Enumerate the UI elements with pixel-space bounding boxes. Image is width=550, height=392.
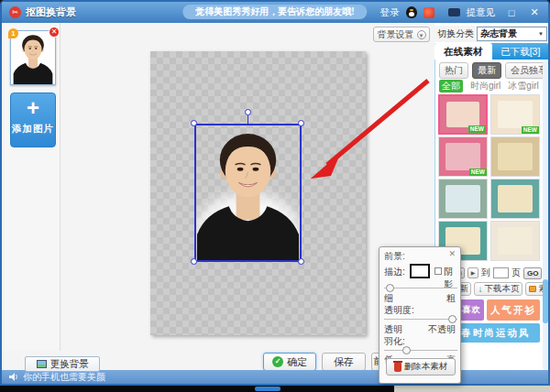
- foreground-settings-panel: 前景: ✕ 描边: 阴影 细 粗 透明度: 透明 不透明 羽化: 低 高 删除本…: [379, 246, 461, 384]
- category-label: 切换分类: [437, 27, 474, 40]
- filter-snow-girl[interactable]: 冰雪girl: [508, 80, 538, 93]
- tab-downloaded[interactable]: 已下载[3]: [492, 43, 550, 60]
- app-window: ✂ 抠图换背景 觉得美图秀秀好用，要告诉您的朋友哦! 登录 提意见 □ ✕ 1 …: [0, 0, 550, 386]
- feather-slider[interactable]: [384, 350, 457, 352]
- stroke-color-swatch[interactable]: [410, 264, 430, 278]
- download-icon: ↓: [478, 284, 482, 294]
- rotate-handle-stem: [248, 115, 248, 124]
- page-number-input[interactable]: [493, 267, 509, 278]
- transparent-label: 透明: [384, 323, 402, 336]
- image-thumbnail[interactable]: 1 ✕: [10, 30, 56, 85]
- panel-title: 前景:: [384, 250, 405, 263]
- speaker-icon: [9, 373, 18, 381]
- feather-slider-thumb[interactable]: [402, 346, 411, 354]
- filter-fashion-girl[interactable]: 时尚girl: [470, 80, 500, 93]
- material-thumb[interactable]: [490, 179, 540, 219]
- foreground-photo[interactable]: [194, 124, 302, 262]
- material-thumb[interactable]: [438, 179, 488, 219]
- delete-material-button[interactable]: 删除本素材: [386, 358, 456, 376]
- pagination: ◀ ▶ 到 页 GO: [454, 267, 542, 279]
- material-grid: NEW NEW NEW: [438, 94, 541, 261]
- stroke-label: 描边:: [384, 266, 405, 278]
- shadow-checkbox[interactable]: [434, 267, 442, 275]
- material-thumb[interactable]: NEW: [490, 94, 540, 135]
- background-settings-button[interactable]: 背景设置 ▾: [373, 27, 430, 42]
- download-page-button[interactable]: ↓ 下载本页: [474, 282, 522, 296]
- minimize-button[interactable]: □: [505, 7, 518, 18]
- image-number-badge: 1: [8, 28, 18, 38]
- dropdown-arrow-icon: ▼: [538, 31, 544, 37]
- filter-all[interactable]: 全部: [439, 80, 463, 93]
- category-dropdown[interactable]: 杂志背景 ▼: [477, 27, 547, 41]
- feedback-bubble-icon: [448, 8, 460, 16]
- os-taskbar: [0, 386, 550, 392]
- status-bar: 你的手机也需要美颜: [2, 370, 548, 384]
- login-link[interactable]: 登录: [380, 6, 400, 19]
- thin-label: 细: [384, 292, 393, 305]
- stroke-slider[interactable]: [384, 288, 457, 289]
- subtab-newest[interactable]: 最新: [472, 62, 501, 79]
- chevron-down-icon: ▾: [417, 30, 426, 39]
- share-icon[interactable]: [424, 7, 434, 18]
- material-tabs: 在线素材 已下载[3]: [434, 43, 549, 60]
- new-badge: NEW: [468, 125, 486, 133]
- feather-label: 羽化:: [384, 335, 405, 348]
- rotate-handle[interactable]: [245, 109, 251, 115]
- qq-icon[interactable]: [406, 6, 417, 18]
- opacity-slider[interactable]: [384, 319, 457, 321]
- change-background-button[interactable]: 更换背景: [25, 356, 100, 372]
- opacity-label: 透明度:: [384, 304, 414, 317]
- material-thumb[interactable]: [490, 136, 540, 177]
- selection-handle-bottom-right[interactable]: [298, 258, 304, 265]
- opacity-slider-thumb[interactable]: [448, 315, 456, 323]
- plus-icon: +: [11, 93, 55, 123]
- scrollbar-thumb[interactable]: [543, 279, 548, 323]
- stroke-slider-thumb[interactable]: [386, 284, 394, 292]
- close-button[interactable]: ✕: [528, 6, 541, 18]
- thumbnail-portrait: [11, 31, 55, 84]
- image-list-sidebar: 1 ✕ + 添加图片: [4, 23, 60, 351]
- opaque-label: 不透明: [428, 323, 456, 336]
- taskbar-app-icon[interactable]: [255, 387, 280, 391]
- selection-handle-top-right[interactable]: [298, 120, 304, 126]
- selection-handle-top-left[interactable]: [191, 120, 197, 126]
- banner-popular-cardigan[interactable]: 人气开衫: [487, 299, 540, 321]
- check-icon: ✓: [272, 356, 283, 367]
- remove-image-icon[interactable]: ✕: [49, 27, 60, 38]
- promo-banner: 觉得美图秀秀好用，要告诉您的朋友哦!: [182, 5, 367, 19]
- go-button[interactable]: GO: [523, 267, 542, 279]
- package-icon: [529, 286, 536, 292]
- trash-icon: [394, 363, 402, 372]
- next-page-button[interactable]: ▶: [468, 267, 478, 278]
- feedback-link[interactable]: 提意见: [467, 6, 496, 19]
- title-bar: ✂ 抠图换背景 觉得美图秀秀好用，要告诉您的朋友哦! 登录 提意见 □ ✕: [2, 2, 548, 23]
- save-button[interactable]: 保存: [322, 353, 366, 371]
- thick-label: 粗: [446, 292, 456, 305]
- taskbar-tray: [394, 386, 550, 392]
- subtab-hot[interactable]: 热门: [439, 62, 468, 79]
- add-image-button[interactable]: + 添加图片: [10, 93, 56, 147]
- picture-icon: [37, 360, 47, 368]
- material-thumb[interactable]: [490, 221, 540, 261]
- confirm-button[interactable]: ✓ 确定: [263, 353, 316, 371]
- app-icon: ✂: [9, 6, 21, 18]
- status-message: 你的手机也需要美颜: [23, 371, 105, 384]
- new-badge: NEW: [522, 126, 539, 134]
- material-thumb[interactable]: NEW: [438, 136, 488, 177]
- window-title: 抠图换背景: [26, 5, 76, 19]
- panel-close-icon[interactable]: ✕: [448, 249, 456, 258]
- tab-online-materials[interactable]: 在线素材: [434, 43, 492, 60]
- selection-handle-bottom-left[interactable]: [191, 258, 197, 265]
- material-thumb-selected[interactable]: NEW: [438, 94, 488, 135]
- panel-scrollbar[interactable]: [543, 61, 548, 370]
- new-badge: NEW: [469, 169, 487, 176]
